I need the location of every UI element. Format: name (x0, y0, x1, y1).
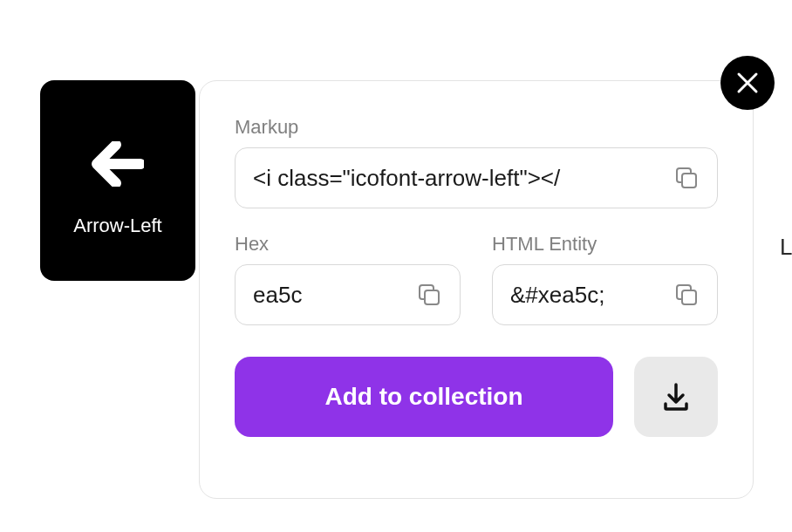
partial-text: L (780, 234, 792, 261)
markup-input[interactable]: <i class="icofont-arrow-left"></ (235, 147, 718, 208)
close-icon (735, 71, 760, 95)
copy-icon (416, 282, 442, 308)
icon-detail-panel: Markup <i class="icofont-arrow-left"></ … (199, 80, 754, 499)
markup-label: Markup (235, 116, 718, 139)
download-button[interactable] (634, 357, 718, 437)
html-entity-label: HTML Entity (492, 233, 718, 256)
icon-name-label: Arrow-Left (73, 215, 161, 237)
html-entity-value: &#xea5c; (510, 282, 666, 309)
copy-icon (673, 165, 700, 191)
copy-icon (673, 282, 700, 308)
hex-value: ea5c (253, 282, 409, 309)
copy-hex-button[interactable] (416, 282, 442, 308)
svg-rect-1 (682, 174, 696, 188)
add-to-collection-button[interactable]: Add to collection (235, 357, 613, 437)
svg-rect-3 (425, 290, 439, 304)
copy-markup-button[interactable] (673, 165, 700, 191)
hex-input[interactable]: ea5c (235, 264, 461, 325)
icon-preview-card[interactable]: Arrow-Left (40, 80, 195, 281)
hex-field-group: Hex ea5c (235, 233, 461, 325)
close-button[interactable] (720, 56, 775, 110)
hex-label: Hex (235, 233, 461, 256)
markup-value: <i class="icofont-arrow-left"></ (253, 165, 666, 192)
markup-field-group: Markup <i class="icofont-arrow-left"></ (235, 116, 718, 208)
svg-rect-5 (682, 290, 696, 304)
download-icon (659, 379, 693, 414)
html-entity-input[interactable]: &#xea5c; (492, 264, 718, 325)
html-entity-field-group: HTML Entity &#xea5c; (492, 233, 718, 325)
arrow-left-icon (92, 141, 144, 190)
copy-html-entity-button[interactable] (673, 282, 700, 308)
